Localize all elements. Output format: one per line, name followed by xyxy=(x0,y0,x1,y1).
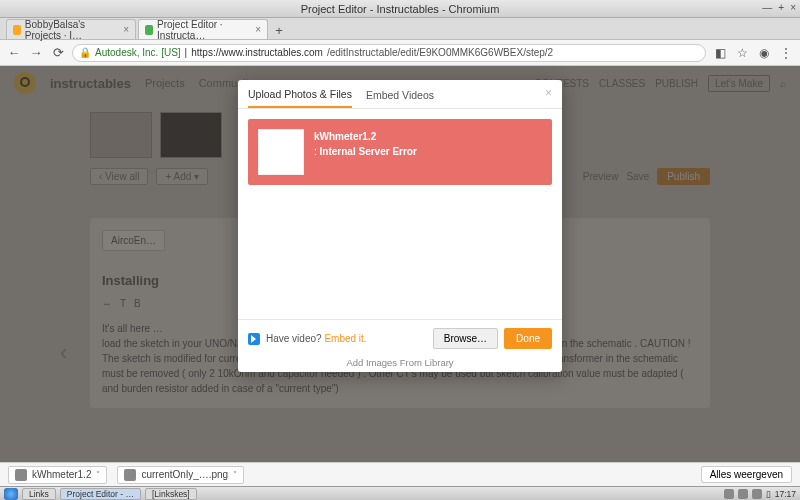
browse-button[interactable]: Browse… xyxy=(433,328,498,349)
upload-filename: kWhmeter1.2 xyxy=(314,129,417,144)
tab-upload[interactable]: Upload Photos & Files xyxy=(248,88,352,108)
addr-path: /editInstructable/edit/E9KO0MMK6G6WBEX/s… xyxy=(327,47,553,58)
download-filename: kWhmeter1.2 xyxy=(32,469,91,480)
browser-tab-2[interactable]: Project Editor · Instructa… × xyxy=(138,19,268,39)
caret-icon[interactable]: ˅ xyxy=(96,470,100,479)
window-titlebar: Project Editor - Instructables - Chromiu… xyxy=(0,0,800,18)
favicon-icon xyxy=(145,25,153,35)
addr-sep: | xyxy=(185,47,188,58)
upload-error-text: kWhmeter1.2 : Internal Server Error xyxy=(314,129,417,159)
taskbar-links[interactable]: Links xyxy=(22,488,56,500)
file-icon xyxy=(15,469,27,481)
taskbar-label: Links xyxy=(29,489,49,499)
addr-host: https://www.instructables.com xyxy=(191,47,323,58)
download-filename: currentOnly_….png xyxy=(141,469,228,480)
lock-icon: 🔒 xyxy=(79,47,91,58)
upload-error-box: kWhmeter1.2 : Internal Server Error xyxy=(248,119,552,185)
video-q: Have video? xyxy=(266,333,324,344)
modal-close-button[interactable]: × xyxy=(545,86,552,100)
download-item-2[interactable]: currentOnly_….png ˅ xyxy=(117,466,244,484)
tab-close-icon[interactable]: × xyxy=(123,24,129,35)
tab-close-icon[interactable]: × xyxy=(255,24,261,35)
modal-footer: Have video? Embed it. Browse… Done xyxy=(238,319,562,357)
tray-icon[interactable] xyxy=(752,489,762,499)
upload-error-line: : Internal Server Error xyxy=(314,144,417,159)
window-max-button[interactable]: + xyxy=(778,2,784,13)
err-message: Internal Server Error xyxy=(320,146,417,157)
download-item-1[interactable]: kWhmeter1.2 ˅ xyxy=(8,466,107,484)
tray-icon[interactable] xyxy=(724,489,734,499)
tray-icon[interactable] xyxy=(738,489,748,499)
favicon-icon xyxy=(13,25,21,35)
extension-icon[interactable]: ◧ xyxy=(712,45,728,61)
tab-label: BobbyBalsa's Projects · I… xyxy=(25,19,119,41)
add-from-library-link[interactable]: Add Images From Library xyxy=(238,357,562,372)
back-button[interactable]: ← xyxy=(6,45,22,61)
window-title: Project Editor - Instructables - Chromiu… xyxy=(301,3,500,15)
play-icon xyxy=(248,333,260,345)
file-icon xyxy=(124,469,136,481)
user-icon[interactable]: ◉ xyxy=(756,45,772,61)
window-close-button[interactable]: × xyxy=(790,2,796,13)
menu-icon[interactable]: ⋮ xyxy=(778,45,794,61)
clock[interactable]: 17:17 xyxy=(775,489,796,499)
tab-embed[interactable]: Embed Videos xyxy=(366,89,434,107)
downloads-bar: kWhmeter1.2 ˅ currentOnly_….png ˅ Alles … xyxy=(0,462,800,486)
modal-tabs: Upload Photos & Files Embed Videos × xyxy=(238,80,562,109)
tab-label: Project Editor · Instructa… xyxy=(157,19,251,41)
done-button[interactable]: Done xyxy=(504,328,552,349)
tray-indicator[interactable]: ▯ xyxy=(766,489,771,499)
start-button[interactable] xyxy=(4,488,18,500)
address-bar[interactable]: 🔒 Autodesk, Inc. [US] | https://www.inst… xyxy=(72,44,706,62)
embed-link[interactable]: Embed it. xyxy=(324,333,366,344)
forward-button[interactable]: → xyxy=(28,45,44,61)
new-tab-button[interactable]: + xyxy=(270,21,288,39)
show-all-downloads-button[interactable]: Alles weergeven xyxy=(701,466,792,483)
browser-tab-1[interactable]: BobbyBalsa's Projects · I… × xyxy=(6,19,136,39)
modal-body: kWhmeter1.2 : Internal Server Error xyxy=(238,109,562,319)
taskbar-label: [Linkskes] xyxy=(152,489,190,499)
video-prompt: Have video? Embed it. xyxy=(266,333,367,344)
os-taskbar: Links Project Editor - … [Linkskes] ▯ 17… xyxy=(0,486,800,500)
taskbar-label: Project Editor - … xyxy=(67,489,134,499)
taskbar-app-1[interactable]: Project Editor - … xyxy=(60,488,141,500)
security-label: Autodesk, Inc. [US] xyxy=(95,47,181,58)
reload-button[interactable]: ⟳ xyxy=(50,45,66,61)
taskbar-app-2[interactable]: [Linkskes] xyxy=(145,488,197,500)
caret-icon[interactable]: ˅ xyxy=(233,470,237,479)
bookmark-icon[interactable]: ☆ xyxy=(734,45,750,61)
system-tray: ▯ 17:17 xyxy=(724,489,796,499)
window-min-button[interactable]: — xyxy=(762,2,772,13)
upload-thumb xyxy=(258,129,304,175)
upload-modal: Upload Photos & Files Embed Videos × kWh… xyxy=(238,80,562,372)
window-buttons: — + × xyxy=(762,2,796,13)
browser-toolbar: ← → ⟳ 🔒 Autodesk, Inc. [US] | https://ww… xyxy=(0,40,800,66)
browser-tabstrip: BobbyBalsa's Projects · I… × Project Edi… xyxy=(0,18,800,40)
